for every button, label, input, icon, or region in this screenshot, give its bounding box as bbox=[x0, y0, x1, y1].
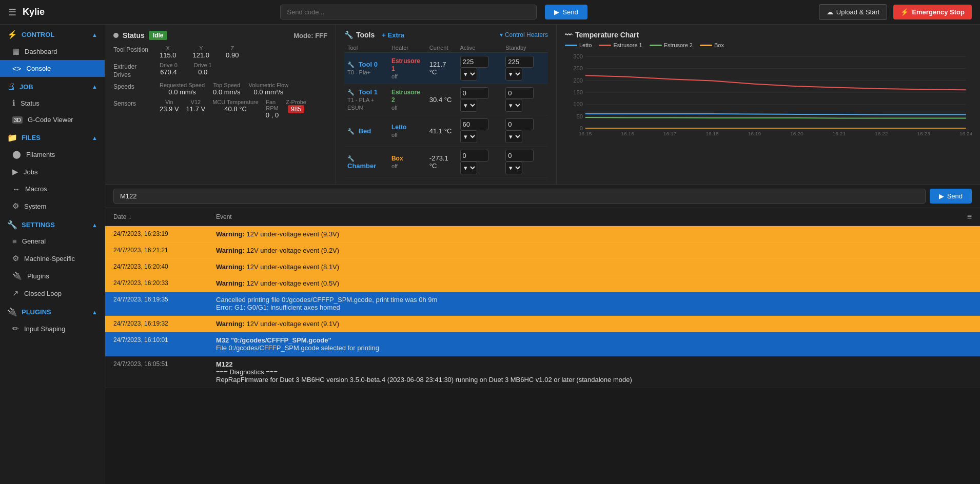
event-text: Warning: 12V under-voltage event (9.2V) bbox=[216, 247, 972, 254]
filter-icon[interactable]: ≡ bbox=[967, 212, 972, 221]
temp-chart-panel: 〰 Temperature Chart LettoEstrusore 1Estr… bbox=[557, 25, 980, 184]
active-temp-input[interactable] bbox=[460, 118, 488, 130]
standby-temp-select[interactable]: ▾ bbox=[505, 68, 522, 80]
active-temp-select[interactable]: ▾ bbox=[460, 99, 477, 112]
dashboard-icon: ▦ bbox=[12, 47, 19, 56]
system-icon: ⚙ bbox=[12, 201, 19, 211]
sidebar-item-status[interactable]: ℹ Status bbox=[0, 94, 105, 112]
sidebar-item-gcode-viewer[interactable]: 3D G-Code Viewer bbox=[0, 112, 105, 128]
standby-temp-cell[interactable]: ▾ bbox=[502, 115, 548, 147]
standby-temp-cell[interactable]: ▾ bbox=[502, 53, 548, 84]
menu-icon[interactable]: ☰ bbox=[8, 7, 16, 18]
z-probe-badge: 985 bbox=[288, 105, 304, 113]
sidebar-section-files[interactable]: 📁 Files ▲ bbox=[0, 128, 105, 146]
active-temp-cell[interactable]: ▾ bbox=[457, 53, 503, 84]
legend-label: Estrusore 2 bbox=[664, 42, 693, 48]
date-column-header[interactable]: Date ↓ bbox=[113, 213, 216, 220]
filaments-icon: ⬤ bbox=[12, 150, 21, 159]
col-tool: Tool bbox=[344, 43, 388, 53]
sidebar-item-input-shaping[interactable]: ✏ Input Shaping bbox=[0, 320, 105, 337]
sidebar-item-jobs[interactable]: ▶ Jobs bbox=[0, 163, 105, 180]
console-input[interactable] bbox=[113, 189, 926, 204]
standby-temp-cell[interactable]: ▾ bbox=[502, 84, 548, 115]
active-temp-cell[interactable]: ▾ bbox=[457, 115, 503, 147]
active-temp-cell[interactable]: ▾ bbox=[457, 84, 503, 115]
standby-temp-cell[interactable]: ▾ bbox=[502, 147, 548, 178]
heater-state: off bbox=[391, 73, 398, 79]
sidebar-item-console[interactable]: <> Console bbox=[0, 60, 105, 77]
tools-extra-button[interactable]: + Extra bbox=[382, 31, 404, 39]
heater-name: Box bbox=[391, 155, 403, 162]
speeds-row: Speeds Requested Speed 0.0 mm/s Top Spee… bbox=[113, 82, 327, 96]
list-item: 24/7/2023, 16:20:33Warning: 12V under-vo… bbox=[105, 275, 980, 292]
main-layout: ⚡ Control ▲ ▦ Dashboard <> Console 🖨 Job… bbox=[0, 25, 980, 484]
sidebar-item-general[interactable]: ≡ General bbox=[0, 233, 105, 250]
topbar-actions: ☁ Upload & Start ⚡ Emergency Stop bbox=[819, 4, 972, 20]
plugins-icon: 🔌 bbox=[12, 271, 22, 280]
heater-name: Estrusore 1 bbox=[391, 57, 420, 72]
standby-temp-input[interactable] bbox=[505, 56, 534, 68]
sidebar-item-macros[interactable]: ↔ Macros bbox=[0, 180, 105, 197]
heater-state: off bbox=[391, 163, 398, 169]
standby-temp-select[interactable]: ▾ bbox=[505, 99, 522, 112]
list-item: 24/7/2023, 16:23:19Warning: 12V under-vo… bbox=[105, 226, 980, 243]
legend-color bbox=[599, 45, 611, 46]
tools-table: Tool Heater Current Active Standby 🔧 Too… bbox=[344, 43, 548, 178]
list-item: 24/7/2023, 16:05:51M122=== Diagnostics =… bbox=[105, 356, 980, 388]
control-section-icon: ⚡ bbox=[7, 30, 17, 39]
active-temp-cell[interactable]: ▾ bbox=[457, 147, 503, 178]
standby-temp-input[interactable] bbox=[505, 150, 534, 162]
active-temp-select[interactable]: ▾ bbox=[460, 68, 477, 80]
chart-title: 〰 Temperature Chart bbox=[565, 31, 972, 39]
event-date: 24/7/2023, 16:19:35 bbox=[113, 296, 216, 311]
settings-section-icon: 🔧 bbox=[7, 220, 17, 230]
svg-text:16:21: 16:21 bbox=[833, 131, 846, 136]
mode-label: Mode: FFF bbox=[293, 32, 327, 39]
current-temp-cell: 30.4 °C bbox=[426, 84, 457, 115]
active-temp-input[interactable] bbox=[460, 87, 488, 99]
tools-icon: 🔧 bbox=[344, 31, 353, 39]
legend-item: Estrusore 2 bbox=[650, 42, 693, 48]
heater-name: Letto bbox=[391, 124, 406, 131]
upload-start-button[interactable]: ☁ Upload & Start bbox=[819, 4, 888, 20]
tool-position-cols: X 115.0 Y 121.0 Z 0.90 bbox=[160, 45, 327, 59]
standby-temp-input[interactable] bbox=[505, 87, 534, 99]
standby-temp-select[interactable]: ▾ bbox=[505, 162, 522, 174]
sidebar-section-job[interactable]: 🖨 Job ▲ bbox=[0, 77, 105, 94]
sidebar-item-filaments[interactable]: ⬤ Filaments bbox=[0, 146, 105, 163]
z-probe-sensor: Z-Probe 985 bbox=[286, 99, 306, 119]
active-temp-input[interactable] bbox=[460, 56, 488, 68]
svg-text:16:23: 16:23 bbox=[917, 131, 930, 136]
legend-item: Letto bbox=[565, 42, 592, 48]
send-button[interactable]: ▶ Send bbox=[545, 5, 587, 19]
x-position: X 115.0 bbox=[160, 45, 177, 59]
emergency-stop-button[interactable]: ⚡ Emergency Stop bbox=[893, 5, 972, 19]
standby-temp-input[interactable] bbox=[505, 118, 534, 130]
console-send-button[interactable]: ▶ Send bbox=[930, 189, 972, 204]
tool-name-cell: 🔧 Tool 1 T1 - PLA + ESUN bbox=[344, 84, 388, 115]
sidebar-item-system[interactable]: ⚙ System bbox=[0, 197, 105, 215]
sidebar-item-machine-specific[interactable]: ⚙ Machine-Specific bbox=[0, 250, 105, 267]
standby-temp-select[interactable]: ▾ bbox=[505, 130, 522, 143]
active-temp-select[interactable]: ▾ bbox=[460, 130, 477, 143]
sidebar-item-plugins[interactable]: 🔌 Plugins bbox=[0, 267, 105, 285]
sidebar-section-settings[interactable]: 🔧 Settings ▲ bbox=[0, 215, 105, 233]
sidebar-item-closed-loop[interactable]: ↗ Closed Loop bbox=[0, 285, 105, 302]
general-icon: ≡ bbox=[12, 237, 17, 246]
status-dot bbox=[113, 33, 119, 38]
legend-item: Box bbox=[700, 42, 724, 48]
active-temp-select[interactable]: ▾ bbox=[460, 162, 477, 174]
col-heater: Heater bbox=[388, 43, 426, 53]
top-speed: Top Speed 0.0 mm/s bbox=[213, 82, 240, 96]
active-temp-input[interactable] bbox=[460, 150, 488, 162]
control-heaters-button[interactable]: ▾ Control Heaters bbox=[500, 31, 548, 38]
svg-text:100: 100 bbox=[573, 102, 583, 107]
sidebar-section-plugins[interactable]: 🔌 Plugins ▲ bbox=[0, 302, 105, 320]
main-content: Status Idle Mode: FFF Tool Position X 11… bbox=[105, 25, 980, 484]
heater-cell: Letto off bbox=[388, 115, 426, 147]
y-position: Y 121.0 bbox=[193, 45, 210, 59]
sidebar-section-control[interactable]: ⚡ Control ▲ bbox=[0, 25, 105, 43]
send-code-input[interactable] bbox=[280, 5, 537, 19]
table-row: 🔧 Bed Letto off 41.1 °C ▾ ▾ bbox=[344, 115, 548, 147]
sidebar-item-dashboard[interactable]: ▦ Dashboard bbox=[0, 43, 105, 60]
